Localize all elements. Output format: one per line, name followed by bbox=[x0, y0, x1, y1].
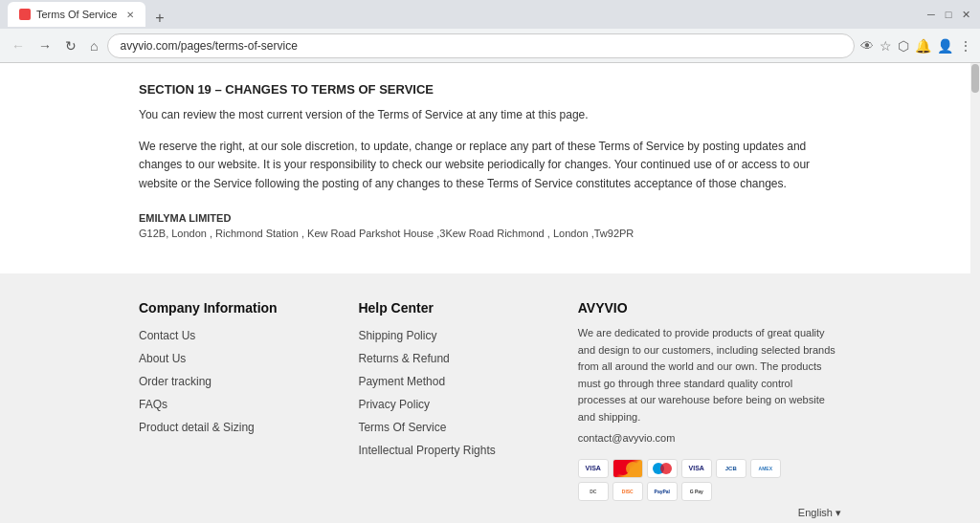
section-title: SECTION 19 – CHANGES TO TERMS OF SERVICE bbox=[139, 82, 841, 97]
menu-icon[interactable]: ⋮ bbox=[959, 38, 972, 54]
language-chevron-icon: ▾ bbox=[835, 507, 841, 518]
visa-icon: VISA bbox=[578, 459, 609, 478]
page-content: SECTION 19 – CHANGES TO TERMS OF SERVICE… bbox=[0, 63, 980, 523]
minimize-button[interactable]: ─ bbox=[924, 8, 938, 21]
section-para2: We reserve the right, at our sole discre… bbox=[139, 138, 841, 193]
footer-link-product-detail[interactable]: Product detail & Sizing bbox=[139, 421, 358, 434]
footer-link-privacy[interactable]: Privacy Policy bbox=[358, 398, 577, 411]
amex-icon: AMEX bbox=[750, 459, 781, 478]
footer: Company Information Contact Us About Us … bbox=[0, 273, 980, 523]
tab-bar: Terms Of Service ✕ + bbox=[8, 2, 921, 27]
home-button[interactable]: ⌂ bbox=[86, 36, 101, 55]
scrollbar-thumb[interactable] bbox=[971, 64, 979, 93]
tab-favicon bbox=[19, 9, 31, 20]
eye-slash-icon[interactable]: 👁 bbox=[860, 38, 874, 54]
visa2-icon: VISA bbox=[681, 459, 712, 478]
footer-col-help: Help Center Shipping Policy Returns & Re… bbox=[358, 300, 577, 519]
main-content: SECTION 19 – CHANGES TO TERMS OF SERVICE… bbox=[0, 63, 980, 273]
tab-close-button[interactable]: ✕ bbox=[126, 10, 134, 20]
avyvio-description: We are dedicated to provide products of … bbox=[578, 325, 841, 426]
footer-link-about[interactable]: About Us bbox=[139, 352, 358, 365]
profile-icon[interactable]: 👤 bbox=[937, 38, 953, 54]
avyvio-email: contact@avyvio.com bbox=[578, 432, 841, 444]
close-button[interactable]: ✕ bbox=[959, 8, 972, 21]
url-input[interactable]: avyvio.com/pages/terms-of-service bbox=[107, 33, 855, 58]
window-controls: ─ □ ✕ bbox=[924, 8, 972, 21]
footer-link-ip[interactable]: Intellectual Property Rights bbox=[358, 444, 577, 457]
address-bar: ← → ↻ ⌂ avyvio.com/pages/terms-of-servic… bbox=[0, 29, 980, 63]
refresh-button[interactable]: ↻ bbox=[61, 36, 80, 55]
tab-title: Terms Of Service bbox=[36, 9, 117, 20]
bookmark-icon[interactable]: ☆ bbox=[880, 38, 892, 54]
language-selector[interactable]: English ▾ bbox=[578, 507, 841, 519]
company-address: G12B, London , Richmond Station , Kew Ro… bbox=[139, 228, 841, 239]
paypal-icon: PayPal bbox=[647, 482, 678, 501]
avyvio-title: AVYVIO bbox=[578, 300, 841, 316]
extensions-icon[interactable]: ⬡ bbox=[898, 38, 909, 54]
section-para1: You can review the most current version … bbox=[139, 106, 841, 124]
maestro-icon bbox=[647, 459, 678, 478]
browser-titlebar: Terms Of Service ✕ + ─ □ ✕ bbox=[0, 0, 980, 29]
scrollbar-track[interactable] bbox=[970, 63, 980, 523]
footer-company-title: Company Information bbox=[139, 300, 358, 316]
forward-button[interactable]: → bbox=[34, 36, 56, 55]
footer-col-avyvio: AVYVIO We are dedicated to provide produ… bbox=[578, 300, 841, 519]
footer-link-payment-method[interactable]: Payment Method bbox=[358, 375, 577, 388]
footer-link-faqs[interactable]: FAQs bbox=[139, 398, 358, 411]
footer-link-contact[interactable]: Contact Us bbox=[139, 329, 358, 342]
back-button[interactable]: ← bbox=[8, 36, 29, 55]
payment-icons: VISA VISA JCB AMEX DC DISC PayPal bbox=[578, 459, 789, 501]
browser-toolbar-icons: 👁 ☆ ⬡ 🔔 👤 ⋮ bbox=[860, 38, 972, 54]
footer-columns: Company Information Contact Us About Us … bbox=[139, 300, 841, 519]
svg-point-3 bbox=[660, 463, 672, 474]
footer-link-shipping[interactable]: Shipping Policy bbox=[358, 329, 577, 342]
company-name: EMILYMA LIMITED bbox=[139, 212, 841, 224]
maximize-button[interactable]: □ bbox=[942, 8, 955, 21]
footer-col-company: Company Information Contact Us About Us … bbox=[139, 300, 358, 519]
discover-icon: DISC bbox=[612, 482, 643, 501]
dinersclub-icon: DC bbox=[578, 482, 609, 501]
language-label: English bbox=[798, 507, 833, 518]
footer-link-returns[interactable]: Returns & Refund bbox=[358, 352, 577, 365]
new-tab-button[interactable]: + bbox=[149, 10, 169, 27]
footer-help-title: Help Center bbox=[358, 300, 577, 316]
gpay-icon: G Pay bbox=[681, 482, 712, 501]
footer-link-order-tracking[interactable]: Order tracking bbox=[139, 375, 358, 388]
footer-link-terms[interactable]: Terms Of Service bbox=[358, 421, 577, 434]
mastercard-icon bbox=[612, 459, 643, 478]
active-tab[interactable]: Terms Of Service ✕ bbox=[8, 2, 145, 27]
notifications-icon[interactable]: 🔔 bbox=[915, 38, 931, 54]
jcb-icon: JCB bbox=[716, 459, 746, 478]
url-text: avyvio.com/pages/terms-of-service bbox=[120, 39, 297, 53]
svg-point-1 bbox=[626, 462, 639, 475]
